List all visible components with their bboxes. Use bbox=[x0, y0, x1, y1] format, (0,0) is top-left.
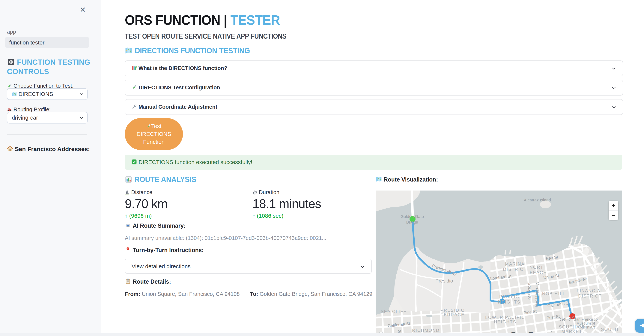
title-main: ORS FUNCTION | bbox=[125, 13, 227, 28]
addresses-heading: San Francisco Addresses: bbox=[7, 146, 90, 153]
route-to: To: Golden Gate Bridge, San Francisco, C… bbox=[250, 291, 372, 297]
page-subtitle: TEST OPEN ROUTE SERVICE NATIVE APP FUNCT… bbox=[125, 32, 308, 40]
details-heading: Route Details: bbox=[125, 278, 173, 285]
pin-icon bbox=[125, 247, 131, 253]
sidebar-heading: FUNCTION TESTING CONTROLS bbox=[7, 57, 93, 76]
map-label: Presidio bbox=[436, 278, 453, 284]
map-label: RICHMOND bbox=[412, 328, 440, 333]
test-tube-icon bbox=[7, 83, 12, 88]
turns-heading: Turn-by-Turn Instructions: bbox=[125, 247, 208, 254]
map-label: Golden Gate bbox=[400, 214, 424, 219]
chevron-down-icon bbox=[79, 91, 84, 97]
map-label: HEIGHTS bbox=[494, 319, 516, 324]
expander-what-is-directions[interactable]: What is the DIRECTIONS function? bbox=[125, 60, 623, 76]
house-icon bbox=[7, 146, 13, 152]
chevron-down-icon bbox=[611, 104, 617, 110]
sidebar: ✕ app function tester FUNCTION TESTING C… bbox=[0, 0, 101, 336]
chevron-down-icon bbox=[79, 115, 84, 120]
map-label: NORTH bbox=[530, 265, 547, 270]
route-from: From: Union Square, San Francisco, CA 94… bbox=[125, 291, 240, 297]
title-accent: TESTER bbox=[230, 13, 280, 28]
ai-summary-text: AI summary unavailable: (1304): 01c1bfe9… bbox=[125, 235, 326, 241]
test-tube-icon bbox=[146, 124, 151, 129]
map-label: Gough St bbox=[527, 282, 532, 300]
chevron-down-icon bbox=[359, 264, 366, 270]
test-directions-button[interactable]: Test DIRECTIONS Function bbox=[125, 118, 183, 150]
ai-summary-heading: AI Route Summary: bbox=[125, 222, 188, 229]
metric-distance: Distance 9.70 km ↑ (9696 m) bbox=[125, 189, 168, 219]
map-icon bbox=[376, 176, 382, 182]
chevron-down-icon bbox=[611, 85, 617, 91]
success-message: DIRECTIONS function executed successfull… bbox=[138, 159, 252, 165]
zoom-out-button[interactable]: − bbox=[608, 211, 618, 220]
nav-item-label: function tester bbox=[5, 37, 90, 46]
zoom-in-button[interactable]: + bbox=[608, 201, 618, 210]
map-icon bbox=[12, 92, 17, 97]
map-label: SOUTH bbox=[601, 327, 618, 332]
success-alert: DIRECTIONS function executed successfull… bbox=[125, 155, 622, 170]
map-label: Bridge bbox=[406, 220, 418, 225]
map-label: San Francisco bbox=[574, 317, 598, 321]
expander-test-configuration[interactable]: DIRECTIONS Test Configuration bbox=[125, 80, 623, 96]
city-label: San Francisco bbox=[511, 330, 567, 333]
app-page: ✕ app function tester FUNCTION TESTING C… bbox=[0, 0, 644, 336]
map-label: SOUTH OF bbox=[559, 324, 585, 329]
distance-value: 9.70 km bbox=[125, 197, 168, 211]
books-icon bbox=[132, 65, 137, 71]
page-bottom-strip bbox=[0, 333, 644, 336]
map-label: SEA CLIFF bbox=[381, 309, 406, 314]
route-map[interactable]: Alcatraz IslandGolden GateBridgeMARINADI… bbox=[376, 191, 622, 333]
page-title: ORS FUNCTION | TESTER bbox=[125, 12, 288, 28]
profile-select[interactable]: driving-car bbox=[7, 112, 88, 123]
map-label: Alcatraz Island bbox=[524, 198, 551, 202]
nav-section-label: app bbox=[7, 29, 16, 35]
profile-select-value: driving-car bbox=[12, 114, 38, 121]
test-tube-icon bbox=[132, 85, 137, 90]
assistant-button[interactable] bbox=[635, 319, 644, 333]
divider bbox=[7, 134, 87, 135]
map-label: MARINA bbox=[505, 262, 524, 267]
map-label: PRESIDIO bbox=[440, 308, 465, 313]
map-label: Van Ness Ave bbox=[534, 282, 540, 308]
map-icon bbox=[125, 47, 133, 54]
robot-icon bbox=[125, 222, 131, 228]
function-select-value: DIRECTIONS bbox=[18, 91, 53, 97]
divider bbox=[5, 55, 96, 55]
control-knobs-icon bbox=[7, 58, 15, 66]
sidebar-item-function-tester[interactable]: function tester bbox=[5, 37, 90, 48]
map-label: LOWER PACIFIC bbox=[485, 315, 525, 320]
bar-chart-icon bbox=[125, 176, 132, 183]
close-sidebar-icon[interactable]: ✕ bbox=[79, 6, 87, 14]
metric-duration: Duration 18.1 minutes ↑ (1086 sec) bbox=[252, 189, 321, 219]
map-label: NOB HILL bbox=[542, 291, 566, 296]
expander-detailed-directions[interactable]: View detailed directions bbox=[125, 259, 372, 274]
map-label: DISTRICT bbox=[503, 267, 527, 272]
map-label: HEIGHTS bbox=[498, 300, 520, 304]
clipboard-icon bbox=[125, 278, 131, 284]
function-select[interactable]: DIRECTIONS bbox=[7, 88, 88, 100]
map-label: BEACH bbox=[530, 270, 547, 275]
map-label: PACIFIC bbox=[499, 294, 519, 299]
section-directions-testing: DIRECTIONS FUNCTION TESTING bbox=[125, 46, 260, 55]
duration-value: 18.1 minutes bbox=[252, 197, 321, 211]
map-label: 25th bbox=[397, 330, 402, 333]
car-icon bbox=[7, 107, 12, 112]
road-icon bbox=[125, 190, 130, 195]
stopwatch-icon bbox=[252, 190, 257, 195]
check-icon bbox=[131, 159, 137, 165]
chevron-down-icon bbox=[611, 65, 617, 72]
sparkle-icon bbox=[639, 322, 644, 329]
expander-manual-coordinates[interactable]: Manual Coordinate Adjustment bbox=[125, 99, 623, 115]
map-zoom-control: + − bbox=[608, 201, 618, 220]
map-label: FINANCIAL bbox=[577, 288, 604, 293]
viz-heading: Route Visualization: bbox=[376, 176, 441, 183]
duration-delta: ↑ (1086 sec) bbox=[252, 213, 321, 219]
section-route-analysis: ROUTE ANALYSIS bbox=[125, 175, 202, 184]
map-label: TERRACE bbox=[441, 312, 464, 317]
wrench-icon bbox=[132, 104, 137, 109]
sidebar-heading-label: FUNCTION TESTING CONTROLS bbox=[7, 58, 90, 76]
map-label: DISTRICT bbox=[578, 294, 602, 298]
distance-delta: ↑ (9696 m) bbox=[125, 213, 168, 219]
